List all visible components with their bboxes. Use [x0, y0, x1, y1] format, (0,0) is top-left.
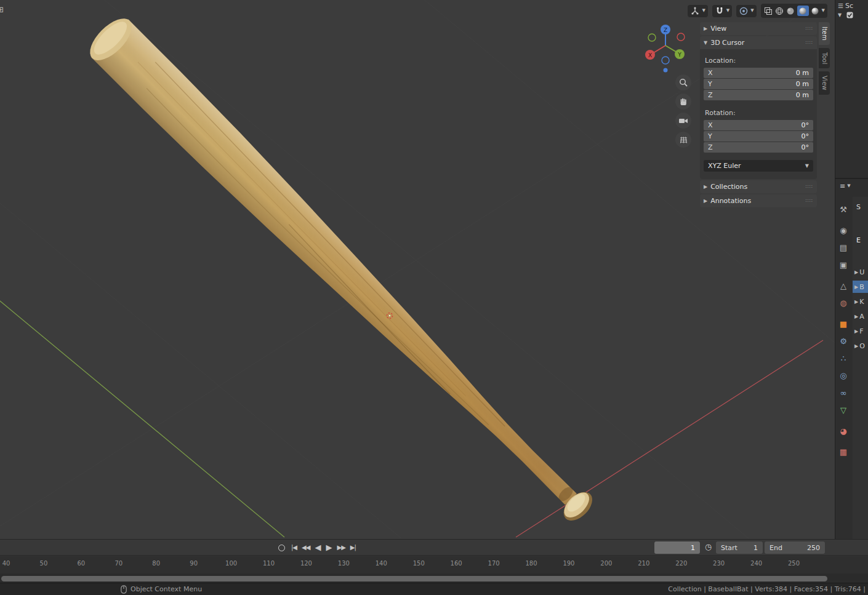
- disclosure-triangle-icon: ▼: [704, 40, 707, 46]
- tool-tab-icon[interactable]: ⚒: [835, 202, 851, 217]
- cursor-location-y-field[interactable]: Y0 m: [704, 79, 813, 89]
- proportional-editing-dropdown[interactable]: ▼: [736, 5, 756, 17]
- panel-grip-icon[interactable]: ∷∷: [806, 184, 813, 190]
- jump-to-start-button[interactable]: |◀: [291, 542, 297, 553]
- ruler-tick: 120: [300, 560, 312, 567]
- timeline-scroll-track[interactable]: [0, 573, 868, 583]
- axis-value: 0°: [802, 143, 810, 151]
- properties-panel-row[interactable]: ▶A: [853, 310, 868, 322]
- panel-label: O: [859, 342, 865, 350]
- editor-divider[interactable]: [835, 178, 868, 179]
- render-tab-icon[interactable]: ◉: [835, 223, 851, 238]
- gizmo-negative-y-ball[interactable]: [648, 34, 656, 41]
- panel-title: Annotations: [710, 197, 751, 205]
- particles-tab-icon[interactable]: ∴: [835, 351, 851, 365]
- cursor-location-z-field[interactable]: Z0 m: [704, 90, 813, 100]
- timeline-scrollbar[interactable]: [1, 576, 827, 581]
- panel-collections-header[interactable]: ▶ Collections ∷∷: [700, 180, 817, 193]
- object-data-tab-icon[interactable]: ▽: [835, 402, 851, 417]
- 3d-viewport[interactable]: ⊞ ▼ ▼ ▼: [0, 0, 835, 539]
- next-keyframe-button[interactable]: ▶▶: [337, 542, 345, 553]
- checkbox-checked-icon[interactable]: [846, 12, 853, 18]
- editor-type-icon[interactable]: ⊞: [0, 5, 4, 14]
- current-frame-value: 1: [691, 544, 695, 552]
- ruler-tick: 50: [40, 560, 48, 567]
- wireframe-shading-icon[interactable]: [775, 6, 784, 15]
- cursor-location-x-field[interactable]: X0 m: [704, 68, 813, 78]
- rotation-mode-dropdown[interactable]: XYZ Euler ▼: [704, 160, 813, 172]
- properties-panel-row[interactable]: ▶K: [853, 295, 868, 308]
- world-tab-icon[interactable]: ◍: [835, 295, 851, 310]
- chevron-down-icon[interactable]: ▼: [822, 9, 825, 13]
- ruler-tick: 140: [376, 560, 387, 567]
- panel-grip-icon[interactable]: ∷∷: [806, 26, 813, 31]
- y-axis-line: [0, 298, 284, 537]
- prev-keyframe-button[interactable]: ◀◀: [302, 542, 310, 553]
- auto-keying-button[interactable]: [278, 545, 285, 551]
- output-tab-icon[interactable]: ▤: [835, 240, 851, 255]
- proportional-editing-icon: [739, 7, 749, 15]
- texture-tab-icon[interactable]: ▦: [835, 444, 851, 459]
- properties-panel-row[interactable]: ▶F: [853, 325, 868, 337]
- panel-label: U: [859, 268, 864, 276]
- ruler-tick: 250: [788, 560, 800, 567]
- cursor-rotation-y-field[interactable]: Y0°: [704, 131, 813, 142]
- gizmo-negative-x-ball[interactable]: [677, 33, 685, 41]
- playback-controls: |◀◀◀◀▶▶▶▶|: [278, 542, 356, 553]
- ruler-tick: 170: [488, 560, 500, 567]
- camera-view-button[interactable]: [675, 113, 691, 129]
- frame-start-field[interactable]: Start 1: [716, 541, 763, 554]
- gizmo-negative-z-ball[interactable]: [662, 57, 669, 64]
- panel-grip-icon[interactable]: ∷∷: [806, 198, 813, 204]
- outliner-row[interactable]: ▼: [835, 10, 868, 18]
- scene-tab-icon[interactable]: △: [835, 278, 851, 293]
- rendered-shading-icon[interactable]: [811, 6, 820, 15]
- timeline-header: |◀◀◀◀▶▶▶▶| 1 ◷ Start 1 End 250: [0, 540, 868, 556]
- constraints-tab-icon[interactable]: ∞: [835, 385, 851, 400]
- use-preview-range-toggle[interactable]: ◷: [705, 542, 712, 551]
- xray-toggle-icon[interactable]: [763, 7, 773, 15]
- panel-annotations-header[interactable]: ▶ Annotations ∷∷: [700, 194, 817, 207]
- properties-panel-row[interactable]: ▶B: [853, 281, 868, 293]
- properties-panel-row[interactable]: ▶O: [853, 340, 868, 352]
- baseball-bat-object[interactable]: [83, 12, 604, 532]
- pan-button[interactable]: [675, 94, 691, 110]
- sidebar-tab-view[interactable]: View: [819, 71, 830, 95]
- material-preview-shading-active[interactable]: [797, 6, 809, 16]
- modifiers-tab-icon[interactable]: ⚙: [835, 333, 851, 348]
- x-axis-line: [516, 340, 823, 537]
- panel-3d-cursor-header[interactable]: ▼ 3D Cursor ∷∷: [700, 36, 817, 49]
- zoom-button[interactable]: [675, 74, 691, 90]
- cursor-rotation-z-field[interactable]: Z0°: [704, 142, 813, 153]
- properties-header[interactable]: ≡ ▼: [835, 182, 851, 190]
- view-layer-tab-icon[interactable]: ▣: [835, 257, 851, 272]
- current-frame-field[interactable]: 1: [654, 541, 700, 554]
- frame-end-field[interactable]: End 250: [765, 541, 825, 554]
- physics-tab-icon[interactable]: ◎: [835, 368, 851, 383]
- solid-shading-icon[interactable]: [786, 6, 795, 15]
- panel-view-header[interactable]: ▶ View ∷∷: [700, 22, 817, 35]
- rotation-mode-value: XYZ Euler: [708, 162, 741, 170]
- navigation-gizmo[interactable]: Z X Y: [643, 22, 690, 77]
- sidebar-tab-tool[interactable]: Tool: [819, 48, 830, 68]
- gizmo-z-label: Z: [664, 27, 667, 33]
- shading-mode-group: ▼: [761, 4, 827, 18]
- object-tab-icon[interactable]: ■: [835, 316, 851, 331]
- jump-to-end-button[interactable]: ▶|: [350, 542, 356, 553]
- axis-label: Z: [708, 143, 713, 151]
- disclosure-triangle-icon: ▶: [704, 198, 707, 204]
- ortho-perspective-button[interactable]: [675, 132, 691, 148]
- outliner-header[interactable]: ☰ Sc: [835, 0, 868, 10]
- play-reverse-button[interactable]: ◀: [315, 542, 321, 553]
- material-tab-icon[interactable]: ◕: [835, 423, 851, 438]
- snap-dropdown[interactable]: ▼: [712, 5, 732, 17]
- sidebar-tab-strip: ItemToolView: [819, 22, 832, 98]
- properties-panel-row[interactable]: ▶U: [853, 266, 868, 278]
- cursor-location-fields: X0 mY0 mZ0 m: [704, 68, 813, 100]
- gizmos-dropdown[interactable]: ▼: [688, 5, 707, 17]
- panel-grip-icon[interactable]: ∷∷: [806, 40, 813, 46]
- sidebar-tab-item[interactable]: Item: [819, 22, 830, 45]
- play-button[interactable]: ▶: [326, 542, 332, 553]
- timeline-ruler[interactable]: 4050607080901001101201301401501601701801…: [0, 556, 868, 573]
- cursor-rotation-x-field[interactable]: X0°: [704, 120, 813, 130]
